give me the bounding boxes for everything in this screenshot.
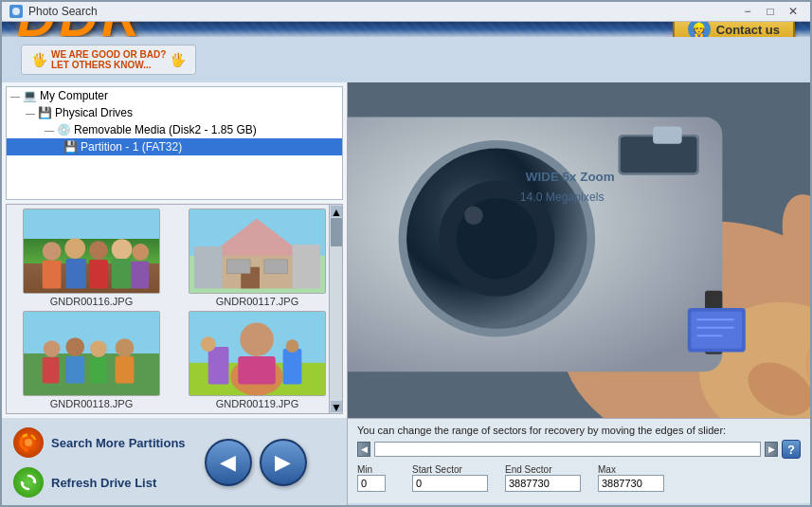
svg-text:WIDE 5x Zoom: WIDE 5x Zoom [526, 170, 615, 184]
thumbnail-image-4 [189, 311, 326, 396]
ddr-logo: DDR [17, 22, 187, 37]
next-button[interactable]: ▶ [260, 439, 307, 486]
thumbnail-image-2 [189, 208, 326, 294]
svg-rect-11 [131, 262, 149, 289]
thumbnail-label-1: GNDR00116.JPG [50, 296, 133, 307]
refresh-icon [13, 467, 44, 498]
svg-rect-51 [653, 126, 682, 143]
removable-icon: 💿 [57, 123, 71, 136]
svg-point-2 [43, 242, 62, 261]
thumbnail-item-2[interactable]: GNDR00117.JPG [176, 208, 338, 307]
slider-track[interactable] [374, 442, 761, 457]
tree-partition[interactable]: 💾 Partition - 1 (FAT32) [7, 138, 342, 155]
app-window: Photo Search − □ ✕ DDR Memory Card Recov… [0, 0, 812, 507]
rating-banner[interactable]: 🖐 WE ARE GOOD OR BAD? LET OTHERS KNOW...… [21, 45, 196, 75]
svg-text:14.0 Megapixels: 14.0 Megapixels [520, 190, 604, 204]
tree-disk[interactable]: — 💿 Removable Media (Disk2 - 1.85 GB) [7, 121, 342, 138]
tree-physical[interactable]: — 💾 Physical Drives [7, 104, 342, 121]
svg-point-48 [464, 207, 483, 226]
partition-icon: 💾 [63, 140, 78, 154]
thumbnail-image-1 [23, 208, 160, 294]
sector-fields: Min Start Sector End Sector Max [357, 464, 801, 492]
search-partitions-icon [13, 427, 44, 458]
search-partitions-label: Search More Partitions [51, 436, 186, 450]
max-group: Max [598, 464, 664, 492]
title-bar-controls: − □ ✕ [738, 2, 803, 21]
thumbnail-item-3[interactable]: GNDR00118.JPG [10, 311, 172, 409]
svg-point-3 [64, 238, 85, 259]
svg-rect-7 [43, 261, 62, 289]
bottom-row: Search More Partitions Refresh Drive Lis… [2, 418, 810, 507]
rating-row: 🖐 WE ARE GOOD OR BAD? LET OTHERS KNOW...… [2, 37, 810, 82]
physical-label: Physical Drives [55, 106, 133, 119]
thumbnail-item-4[interactable]: GNDR00119.JPG [176, 311, 338, 409]
svg-rect-28 [65, 356, 84, 384]
thumbs-icon: 🖐 [31, 52, 47, 67]
title-bar: Photo Search − □ ✕ [2, 2, 810, 22]
svg-rect-18 [264, 260, 288, 274]
contact-icon: 👷 [688, 22, 711, 37]
rating-text: WE ARE GOOD OR BAD? LET OTHERS KNOW... [51, 49, 166, 70]
expand-icon-3: — [45, 125, 54, 136]
maximize-button[interactable]: □ [761, 2, 780, 21]
thumbnail-label-2: GNDR00117.JPG [216, 296, 298, 307]
scroll-down-arrow[interactable]: ▼ [331, 401, 342, 412]
rating-line1: WE ARE GOOD OR BAD? [51, 49, 166, 60]
svg-point-5 [112, 239, 133, 260]
refresh-drives-button[interactable]: Refresh Drive List [9, 465, 189, 499]
min-label: Min [357, 464, 372, 475]
min-group: Min [357, 464, 386, 492]
thumbnail-label-3: GNDR00118.JPG [50, 398, 133, 409]
end-label: End Sector [505, 464, 551, 475]
min-input[interactable] [357, 475, 386, 492]
cursor-icon: 🖐 [170, 52, 186, 67]
sector-description: You can change the range of sectors for … [357, 425, 801, 436]
max-label: Max [598, 464, 616, 475]
svg-rect-30 [116, 356, 135, 384]
nav-arrows: ◀ ▶ [197, 431, 315, 494]
header: DDR Memory Card Recovery 👷 Contact us [2, 22, 810, 37]
thumbnail-item[interactable]: GNDR00116.JPG [10, 208, 172, 307]
start-group: Start Sector [412, 464, 488, 492]
max-input[interactable] [598, 475, 664, 492]
right-panel: WIDE 5x Zoom 14.0 Megapixels [348, 82, 810, 418]
end-sector-input[interactable] [505, 475, 581, 492]
svg-point-37 [201, 336, 216, 352]
contact-label: Contact us [716, 23, 780, 37]
svg-rect-38 [283, 349, 302, 384]
close-button[interactable]: ✕ [784, 2, 803, 21]
thumbnail-grid[interactable]: GNDR00116.JPG [6, 204, 343, 414]
scroll-up-arrow[interactable]: ▲ [331, 206, 342, 217]
search-partitions-button[interactable]: Search More Partitions [9, 426, 189, 460]
contact-button[interactable]: 👷 Contact us [673, 22, 795, 37]
grid-scrollbar[interactable]: ▲ ▼ [329, 205, 342, 413]
partition-label: Partition - 1 (FAT32) [81, 140, 182, 154]
scroll-thumb[interactable] [331, 218, 342, 246]
help-button[interactable]: ? [782, 440, 801, 459]
disk-label: Removable Media (Disk2 - 1.85 GB) [74, 123, 257, 136]
slider-right-arrow[interactable]: ▶ [765, 442, 778, 457]
expand-icon: — [10, 91, 20, 101]
svg-rect-17 [226, 260, 250, 274]
tree-computer[interactable]: — 💻 My Computer [7, 87, 342, 104]
slider-left-arrow[interactable]: ◀ [357, 442, 370, 457]
thumbnail-label-4: GNDR00119.JPG [216, 398, 298, 409]
svg-rect-8 [65, 259, 86, 289]
svg-rect-29 [90, 357, 107, 384]
svg-point-65 [25, 439, 32, 446]
prev-button[interactable]: ◀ [205, 439, 252, 486]
svg-rect-27 [43, 357, 60, 384]
minimize-button[interactable]: − [738, 2, 757, 21]
refresh-drives-label: Refresh Drive List [51, 476, 156, 490]
svg-rect-20 [292, 244, 320, 288]
svg-rect-9 [89, 260, 108, 289]
title-bar-left: Photo Search [9, 5, 98, 18]
app-icon [9, 5, 23, 18]
svg-point-26 [116, 338, 135, 357]
svg-point-33 [240, 322, 274, 356]
start-sector-input[interactable] [412, 475, 488, 492]
panels-row: — 💻 My Computer — 💾 Physical Drives — 💿 … [2, 82, 810, 418]
sector-panel: You can change the range of sectors for … [348, 418, 810, 503]
tree-view[interactable]: — 💻 My Computer — 💾 Physical Drives — 💿 … [6, 86, 343, 200]
svg-rect-54 [691, 312, 742, 349]
